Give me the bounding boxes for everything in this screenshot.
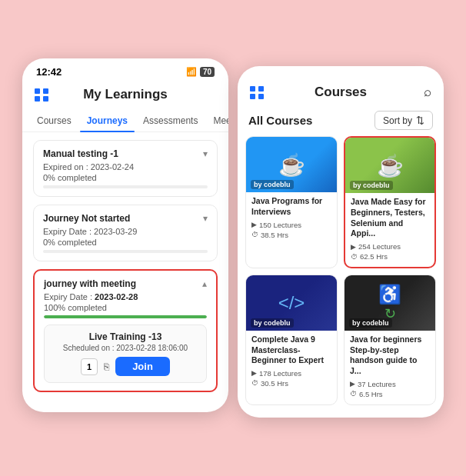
join-button[interactable]: Join [115,357,170,376]
course-title-1: Java Programs for Interviews [251,196,331,217]
tab-meeting[interactable]: Meeting [206,110,228,131]
course-info-3: Complete Java 9 Masterclass- Beginner to… [246,331,337,394]
journey-title-1: Manual testing -1 [43,148,118,159]
live-training-box: Live Training -13 Scheduled on : 2023-02… [44,325,207,383]
course-card-1[interactable]: ☕ by codeblu Java Programs for Interview… [245,136,338,268]
play-icon-2: ▶ [351,243,356,251]
course-info-1: Java Programs for Interviews ▶ 150 Lectu… [246,192,337,245]
clock-icon-4: ⏱ [350,390,357,398]
course-meta-lectures-2: ▶ 254 Lectures [351,242,429,251]
lectures-3: 178 Lectures [259,369,301,378]
left-phone: 12:42 📶 70 My Learnings Courses Journeys… [22,58,228,412]
sort-label: Sort by [383,115,412,126]
by-label-2: by codeblu [350,181,393,190]
journey-expiry-3: Expiry Date : 2023-02-28 [44,292,207,301]
grid-icon-right [250,86,264,99]
course-thumb-2: ☕ by codeblu [345,138,434,193]
journey-card-3: journey with meeting ▴ Expiry Date : 202… [33,269,218,392]
copy-icon[interactable]: ⎘ [104,361,109,372]
by-label-1: by codeblu [251,180,294,189]
courses-subheader: All Courses Sort by ⇅ [238,108,444,136]
play-icon-1: ▶ [251,221,257,228]
progress-fill-3 [44,315,207,318]
search-button[interactable]: ⌕ [424,85,431,100]
right-phone: Courses ⌕ All Courses Sort by ⇅ ☕ by cod… [238,66,444,417]
journey-title-2: Journey Not started [43,213,130,224]
course-meta-hours-1: ⏱ 38.5 Hrs [251,231,331,239]
live-training-scheduled: Scheduled on : 2023-02-28 18:06:00 [52,344,198,352]
journey-progress-label-3: 100% completed [44,303,207,312]
progress-bar-1 [43,185,208,188]
course-meta-hours-4: ⏱ 6.5 Hrs [350,390,430,398]
sort-icon: ⇅ [416,115,424,126]
course-title-2: Java Made Easy for Beginners, Testers, S… [351,197,429,239]
clock-icon-3: ⏱ [251,379,258,387]
lectures-4: 37 Lectures [358,380,396,388]
course-meta-lectures-3: ▶ 178 Lectures [251,369,331,378]
journey-progress-label-2: 0% completed [43,238,208,247]
course-thumb-1: ☕ by codeblu [246,137,337,192]
journey-progress-label-1: 0% completed [43,173,208,182]
laptop-java-icon: ☕ [278,152,305,178]
journey-card-1: Manual testing -1 ▾ Expired on : 2023-02… [33,140,218,197]
time-display: 12:42 [36,66,62,78]
phone-header: My Learnings [22,82,228,110]
progress-bar-3 [44,315,207,318]
chevron-icon-2[interactable]: ▾ [203,213,208,224]
by-label-4: by codeblu [349,318,392,328]
lectures-1: 150 Lectures [259,221,301,229]
journey-list: Manual testing -1 ▾ Expired on : 2023-02… [22,132,228,400]
play-icon-4: ▶ [350,380,355,388]
journey-card-2: Journey Not started ▾ Expiry Date : 2023… [33,205,218,261]
badge-number: 1 [81,358,98,375]
status-bar: 12:42 📶 70 [22,58,228,82]
journey-expiry-2: Expiry Date : 2023-03-29 [43,227,208,236]
course-card-4[interactable]: ♿ ↻ by codeblu Java for beginners Step-b… [344,275,436,405]
wifi-icon: 📶 [186,67,197,77]
lectures-2: 254 Lectures [358,242,401,251]
course-info-2: Java Made Easy for Beginners, Testers, S… [345,193,434,267]
battery-badge: 70 [200,67,215,77]
course-card-3[interactable]: </> by codeblu Complete Java 9 Mastercla… [245,275,338,405]
code-icon: </> [278,292,305,314]
hours-4: 6.5 Hrs [359,390,383,398]
sort-button[interactable]: Sort by ⇅ [374,111,433,130]
course-meta-lectures-4: ▶ 37 Lectures [350,380,430,388]
tabs-row: Courses Journeys Assessments Meeting [22,110,228,132]
join-row: 1 ⎘ Join [52,357,198,376]
course-meta-hours-2: ⏱ 62.5 Hrs [351,252,429,261]
gear-java-icon: ☕ [377,153,404,178]
page-title: My Learnings [83,87,168,102]
hours-1: 38.5 Hrs [261,231,288,239]
tab-journeys[interactable]: Journeys [80,110,135,131]
grid-icon [35,88,48,102]
hours-3: 30.5 Hrs [261,379,288,388]
by-label-3: by codeblu [251,318,294,328]
course-info-4: Java for beginners Step-by-step handson … [345,331,435,404]
play-icon-3: ▶ [251,369,257,377]
tab-assessments[interactable]: Assessments [136,110,205,131]
status-icons: 📶 70 [186,67,215,77]
course-thumb-3: </> by codeblu [246,275,337,331]
cycle-icon: ♿ ↻ [378,284,401,322]
progress-bar-2 [43,250,208,253]
course-meta-lectures-1: ▶ 150 Lectures [251,221,331,229]
chevron-icon-1[interactable]: ▾ [203,148,208,159]
course-meta-hours-3: ⏱ 30.5 Hrs [251,379,331,388]
courses-title: Courses [315,85,367,100]
clock-icon-2: ⏱ [351,253,358,261]
status-spacer [238,66,444,78]
live-training-title: Live Training -13 [52,331,198,342]
tab-courses[interactable]: Courses [30,110,78,131]
course-card-2[interactable]: ☕ by codeblu Java Made Easy for Beginner… [344,136,436,268]
chevron-icon-3[interactable]: ▴ [202,278,207,289]
journey-title-3: journey with meeting [44,278,136,289]
courses-grid: ☕ by codeblu Java Programs for Interview… [238,136,444,404]
course-title-4: Java for beginners Step-by-step handson … [350,335,430,377]
hours-2: 62.5 Hrs [360,252,388,261]
courses-header: Courses ⌕ [238,78,444,108]
all-courses-label: All Courses [248,114,312,127]
course-thumb-4: ♿ ↻ by codeblu [345,275,435,331]
journey-expiry-1: Expired on : 2023-02-24 [43,162,208,171]
course-title-3: Complete Java 9 Masterclass- Beginner to… [251,335,331,366]
